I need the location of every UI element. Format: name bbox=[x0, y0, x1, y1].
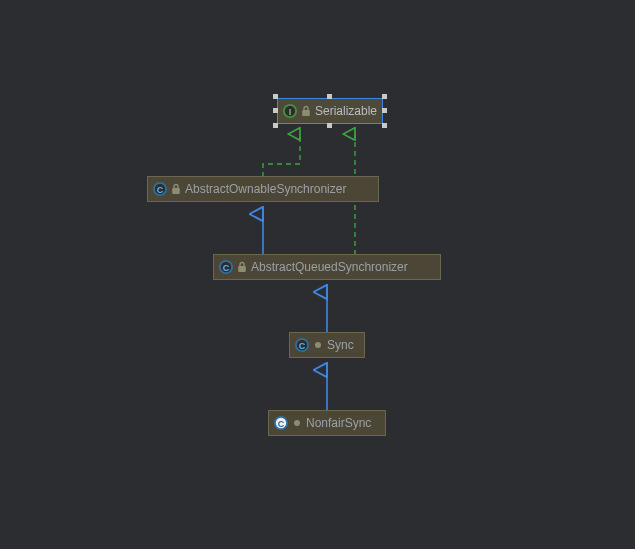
selection-handle[interactable] bbox=[273, 123, 278, 128]
diagram-canvas[interactable]: I Serializable C bbox=[0, 0, 635, 549]
svg-text:C: C bbox=[299, 341, 306, 351]
svg-point-15 bbox=[315, 342, 321, 348]
node-sync[interactable]: C Sync bbox=[289, 332, 365, 358]
svg-rect-7 bbox=[172, 188, 180, 194]
interface-icon: I bbox=[282, 103, 298, 119]
svg-text:C: C bbox=[157, 185, 164, 195]
selection-handle[interactable] bbox=[327, 123, 332, 128]
node-abstract-queued-synchronizer[interactable]: C AbstractQueuedSynchronizer bbox=[213, 254, 441, 280]
class-icon: C bbox=[273, 415, 289, 431]
selection-handle[interactable] bbox=[382, 123, 387, 128]
node-label: AbstractQueuedSynchronizer bbox=[251, 260, 408, 274]
lock-icon bbox=[237, 259, 247, 275]
lock-icon bbox=[301, 103, 311, 119]
svg-text:C: C bbox=[223, 263, 230, 273]
svg-text:I: I bbox=[289, 107, 292, 117]
edge-aos-serializable bbox=[263, 134, 300, 177]
selection-handle[interactable] bbox=[327, 94, 332, 99]
selection-handle[interactable] bbox=[273, 108, 278, 113]
svg-text:C: C bbox=[278, 419, 285, 429]
node-serializable[interactable]: I Serializable bbox=[277, 98, 383, 124]
class-icon: C bbox=[152, 181, 168, 197]
node-label: Serializable bbox=[315, 104, 377, 118]
class-icon: C bbox=[294, 337, 310, 353]
selection-handle[interactable] bbox=[382, 94, 387, 99]
node-label: AbstractOwnableSynchronizer bbox=[185, 182, 346, 196]
svg-rect-3 bbox=[302, 110, 310, 116]
node-label: Sync bbox=[327, 338, 354, 352]
class-icon: C bbox=[218, 259, 234, 275]
node-nonfair-sync[interactable]: C NonfairSync bbox=[268, 410, 386, 436]
node-abstract-ownable-synchronizer[interactable]: C AbstractOwnableSynchronizer bbox=[147, 176, 379, 202]
lock-icon bbox=[313, 337, 323, 353]
svg-point-19 bbox=[294, 420, 300, 426]
selection-handle[interactable] bbox=[273, 94, 278, 99]
selection-handle[interactable] bbox=[382, 108, 387, 113]
svg-rect-11 bbox=[238, 266, 246, 272]
node-label: NonfairSync bbox=[306, 416, 371, 430]
lock-icon bbox=[171, 181, 181, 197]
lock-icon bbox=[292, 415, 302, 431]
